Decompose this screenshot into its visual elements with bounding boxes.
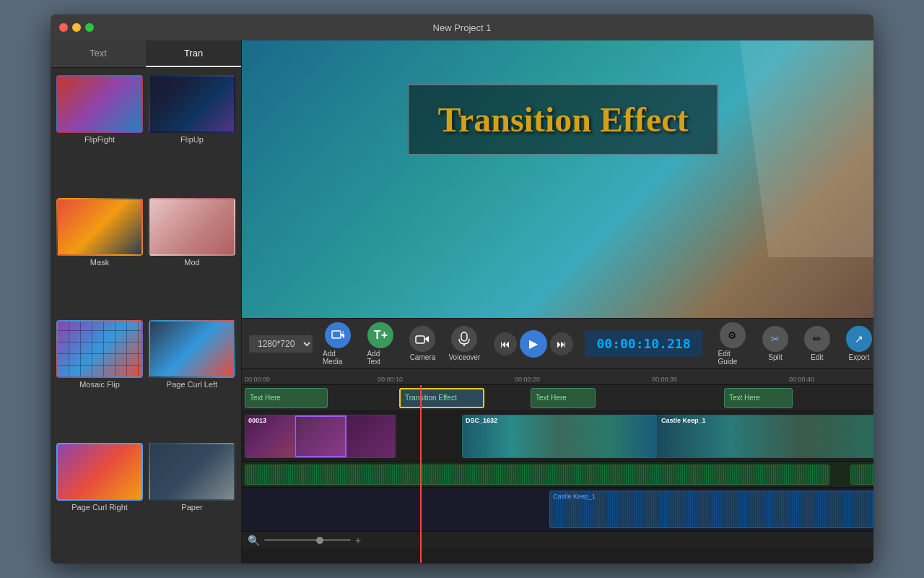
resolution-select[interactable]: 1280*720	[249, 335, 313, 353]
ruler-mark-0: 00:00:00	[245, 376, 270, 383]
tab-text[interactable]: Text	[51, 40, 146, 67]
voiceover-label: Voiceover	[448, 353, 480, 361]
add-media-button[interactable]: + Add Media	[318, 319, 357, 368]
camera-icon	[409, 326, 435, 352]
text-clip-label-2: Text Here	[536, 394, 567, 402]
effect-page-curl-left[interactable]: Page Curl Left	[146, 316, 238, 439]
ruler-mark-4: 00:00:40	[789, 376, 814, 383]
text-track: Text Here Transition Effect Text Here Te…	[242, 385, 873, 411]
text-clip-label-1: Transition Effect	[405, 394, 457, 402]
text-clip-0[interactable]: Text Here	[245, 388, 328, 408]
effect-page-curl-right[interactable]: Page Curl Right	[53, 439, 146, 561]
voiceover-button[interactable]: Voiceover	[446, 323, 482, 364]
title-bar: New Project 1	[51, 14, 873, 40]
effect-label-mask: Mask	[90, 258, 109, 267]
add-media-icon: +	[325, 322, 351, 348]
timecode-display: 00:00:10.218	[585, 330, 702, 357]
effect-label-pagecurlleft: Page Curl Left	[167, 380, 217, 389]
svg-text:+: +	[341, 329, 344, 333]
effect-paper[interactable]: Paper	[146, 439, 238, 561]
svg-rect-6	[461, 332, 467, 341]
edit-guide-button[interactable]: ⚙ Edit Guide	[714, 319, 751, 368]
export-button[interactable]: ↗ Export	[841, 323, 873, 364]
music-clip-0[interactable]: Castle Keep_1	[549, 491, 873, 528]
text-clip-3[interactable]: Text Here	[724, 388, 793, 408]
edit-button[interactable]: ✏ Edit	[799, 323, 835, 364]
ruler-mark-2: 00:00:20	[515, 376, 540, 383]
zoom-slider[interactable]	[264, 539, 351, 541]
camera-button[interactable]: Camera	[404, 323, 440, 364]
effect-mosaic-flip[interactable]: Mosaic Flip	[53, 316, 146, 439]
add-text-icon: T+	[367, 322, 393, 348]
effect-label-flipfight: FlipFight	[84, 135, 115, 144]
effect-label-mod: Mod	[184, 258, 199, 267]
video-clip-0[interactable]: 00013	[245, 415, 396, 458]
timeline-footer: 🔍 +	[242, 531, 873, 548]
video-clip-label-1: DSC_1632	[466, 417, 497, 424]
edit-icon: ✏	[804, 326, 830, 352]
effect-label-mosaic: Mosaic Flip	[79, 380, 120, 389]
split-label: Split	[768, 353, 782, 361]
traffic-lights	[59, 23, 94, 32]
export-label: Export	[849, 353, 870, 361]
add-text-button[interactable]: T+ Add Text	[362, 319, 398, 368]
timeline-ruler: 00:00:00 00:00:10 00:00:20 00:00:30 00:0…	[242, 369, 873, 385]
zoom-out-icon[interactable]: 🔍	[248, 535, 260, 546]
toolbar: 1280*720 + Add Media T+ A	[242, 318, 873, 368]
effect-mod[interactable]: Mod	[146, 194, 238, 316]
preview-text-overlay: Transition Effect	[407, 84, 718, 155]
effect-label-paper: Paper	[181, 503, 202, 512]
edit-guide-label: Edit Guide	[718, 350, 747, 366]
zoom-thumb[interactable]	[316, 537, 323, 544]
center-area: Transition Effect 1280*720	[242, 40, 873, 564]
add-text-label: Add Text	[367, 350, 394, 366]
effect-flipfight[interactable]: FlipFight	[53, 71, 146, 194]
minimize-button[interactable]	[72, 23, 81, 32]
text-clip-1[interactable]: Transition Effect	[399, 388, 484, 408]
svg-marker-5	[424, 336, 429, 342]
timeline: 00:00:00 00:00:10 00:00:20 00:00:30 00:0…	[242, 368, 873, 564]
app-window: New Project 1 Text Tran FlipFight FlipUp	[51, 14, 873, 564]
split-icon: ✂	[762, 326, 788, 352]
audio-clip-1	[850, 465, 873, 485]
left-panel: Text Tran FlipFight FlipUp Mask	[51, 40, 242, 564]
camera-label: Camera	[410, 353, 436, 361]
ruler-mark-3: 00:00:30	[652, 376, 677, 383]
effect-mask[interactable]: Mask	[53, 194, 146, 316]
voiceover-icon	[451, 326, 477, 352]
music-clip-label-0: Castle Keep_1	[553, 493, 596, 500]
preview-title: Transition Effect	[437, 100, 688, 139]
window-title: New Project 1	[433, 22, 492, 33]
curl-effect	[740, 40, 873, 257]
effect-label-pagecurlright: Page Curl Right	[71, 503, 128, 512]
main-layout: Text Tran FlipFight FlipUp Mask	[51, 40, 873, 564]
play-button[interactable]: ▶	[520, 330, 547, 358]
text-clip-label-0: Text Here	[250, 394, 281, 402]
edit-guide-icon: ⚙	[720, 322, 746, 348]
export-icon: ↗	[846, 326, 872, 352]
video-track: 00013 DSC_1632	[242, 411, 873, 462]
video-clip-1[interactable]: DSC_1632	[462, 415, 658, 458]
split-button[interactable]: ✂ Split	[757, 323, 793, 364]
ruler-mark-1: 00:00:10	[378, 376, 403, 383]
text-clip-label-3: Text Here	[729, 394, 760, 402]
close-button[interactable]	[59, 23, 68, 32]
edit-label: Edit	[811, 353, 823, 361]
effects-grid: FlipFight FlipUp Mask Mod	[51, 68, 241, 564]
audio-track	[242, 462, 873, 488]
left-tab-bar: Text Tran	[51, 40, 241, 68]
svg-rect-4	[416, 336, 424, 343]
rewind-button[interactable]: ⏮	[494, 332, 517, 355]
video-clip-2[interactable]: Castle Keep_1	[658, 415, 873, 458]
effect-flipup[interactable]: FlipUp	[146, 71, 238, 194]
maximize-button[interactable]	[85, 23, 94, 32]
timeline-content[interactable]: Text Here Transition Effect Text Here Te…	[242, 385, 873, 563]
zoom-in-icon[interactable]: +	[355, 535, 361, 546]
preview-area: Transition Effect	[242, 40, 873, 318]
tab-tran[interactable]: Tran	[146, 40, 241, 67]
text-clip-2[interactable]: Text Here	[531, 388, 596, 408]
svg-rect-0	[332, 331, 341, 338]
add-media-label: Add Media	[323, 350, 352, 366]
fast-forward-button[interactable]: ⏭	[550, 332, 573, 355]
audio-clip-0	[245, 465, 829, 485]
